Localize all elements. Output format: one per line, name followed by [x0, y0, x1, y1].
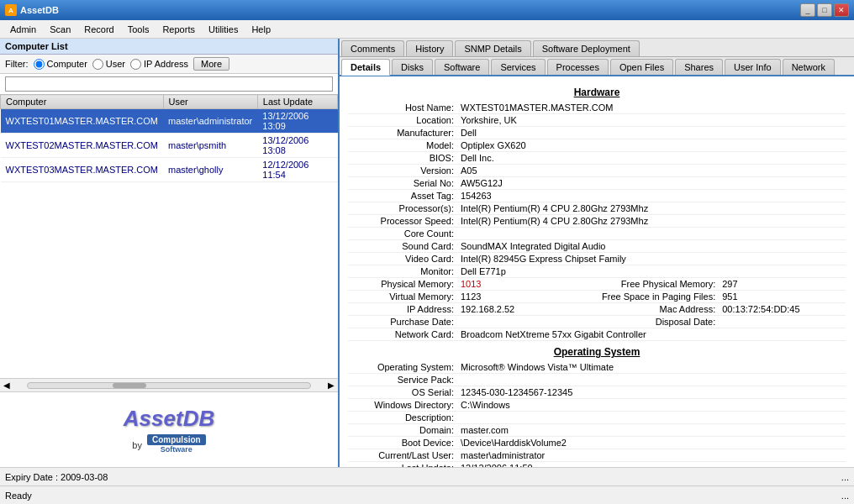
os-value: Microsoft® Windows Vista™ Ultimate: [457, 361, 846, 374]
menu-tools[interactable]: Tools: [121, 23, 156, 36]
processors-label: Processor(s):: [348, 202, 457, 215]
tab-processes[interactable]: Processes: [547, 59, 609, 75]
table-row[interactable]: WXTEST03MASTER.MASTER.COM master\gholly …: [1, 158, 338, 182]
logo-software: Software: [161, 445, 192, 454]
more-button[interactable]: More: [193, 57, 229, 71]
disposal-value: [719, 316, 846, 328]
model-value: Optiplex GX620: [457, 139, 846, 152]
table-row: Host Name: WXTEST01MASTER.MASTER.COM: [348, 102, 846, 114]
domain-value: master.com: [457, 424, 846, 437]
table-row: Processor Speed: Intel(R) Pentium(R) 4 C…: [348, 215, 846, 228]
free-paging-label: Free Space in Paging Files:: [518, 291, 719, 303]
col-computer[interactable]: Computer: [1, 95, 164, 109]
minimize-button[interactable]: _: [800, 3, 815, 17]
col-last-update[interactable]: Last Update: [257, 95, 337, 109]
filter-label: Filter:: [5, 59, 29, 69]
proc-speed-value: Intel(R) Pentium(R) 4 CPU 2.80Ghz 2793Mh…: [457, 215, 846, 228]
core-count-label: Core Count:: [348, 228, 457, 240]
scroll-right[interactable]: ▶: [324, 381, 338, 390]
table-row: Asset Tag: 154263: [348, 190, 846, 202]
menu-scan[interactable]: Scan: [43, 23, 77, 36]
tab-software[interactable]: Software: [435, 59, 489, 75]
table-row: IP Address: 192.168.2.52 Mac Address: 00…: [348, 303, 846, 316]
free-phys-mem-value: 297: [719, 278, 846, 291]
boot-value: \Device\HarddiskVolume2: [457, 437, 846, 449]
close-button[interactable]: ✕: [834, 3, 849, 17]
menu-utilities[interactable]: Utilities: [202, 23, 245, 36]
filter-user-radio[interactable]: User: [92, 59, 125, 70]
tab-comments[interactable]: Comments: [341, 40, 404, 56]
table-row: Physical Memory: 1013 Free Physical Memo…: [348, 278, 846, 291]
version-value: A05: [457, 165, 846, 177]
curr-user-value: master\administrator: [457, 449, 846, 462]
manufacturer-value: Dell: [457, 127, 846, 139]
table-row: Location: Yorkshire, UK: [348, 114, 846, 127]
filter-ip-radio[interactable]: IP Address: [130, 59, 188, 70]
logo-compulsion: Compulsion: [147, 434, 206, 445]
search-input[interactable]: [5, 76, 333, 92]
menu-reports[interactable]: Reports: [156, 23, 202, 36]
sound-card-label: Sound Card:: [348, 240, 457, 253]
core-count-value: [457, 228, 846, 240]
model-label: Model:: [348, 139, 457, 152]
tab-disks[interactable]: Disks: [392, 59, 433, 75]
user-cell: master\psmith: [163, 134, 257, 158]
table-row: Processor(s): Intel(R) Pentium(R) 4 CPU …: [348, 202, 846, 215]
tab-user-info[interactable]: User Info: [725, 59, 781, 75]
tabs-row2: Details Disks Software Services Processe…: [340, 57, 854, 76]
mac-value: 00:13:72:54:DD:45: [719, 303, 846, 316]
right-panel: Comments History SNMP Details Software D…: [340, 39, 854, 467]
table-row: Sound Card: SoundMAX Integrated Digital …: [348, 240, 846, 253]
app-icon: A: [5, 4, 17, 16]
os-table: Operating System: Microsoft® Windows Vis…: [348, 361, 846, 467]
table-row[interactable]: WXTEST02MASTER.MASTER.COM master\psmith …: [1, 134, 338, 158]
tab-software-deployment[interactable]: Software Deployment: [533, 40, 640, 56]
scroll-left[interactable]: ◀: [0, 381, 13, 390]
table-row: Boot Device: \Device\HarddiskVolume2: [348, 437, 846, 449]
ip-value: 192.168.2.52: [457, 303, 518, 316]
virt-mem-value: 1123: [457, 291, 518, 303]
phys-mem-label: Physical Memory:: [348, 278, 457, 291]
col-user[interactable]: User: [163, 95, 257, 109]
menu-bar: Admin Scan Record Tools Reports Utilitie…: [0, 20, 854, 39]
tab-history[interactable]: History: [406, 40, 453, 56]
table-row: Core Count:: [348, 228, 846, 240]
table-row: Monitor: Dell E771p: [348, 265, 846, 278]
tab-shares[interactable]: Shares: [675, 59, 723, 75]
scroll-thumb[interactable]: [113, 383, 146, 388]
phys-mem-value: 1013: [457, 278, 518, 291]
asset-tag-value: 154263: [457, 190, 846, 202]
table-row: Version: A05: [348, 165, 846, 177]
menu-admin[interactable]: Admin: [3, 23, 43, 36]
video-card-value: Intel(R) 82945G Express Chipset Family: [457, 253, 846, 265]
tab-services[interactable]: Services: [491, 59, 545, 75]
table-row: Manufacturer: Dell: [348, 127, 846, 139]
menu-help[interactable]: Help: [245, 23, 277, 36]
virt-mem-label: Virtual Memory:: [348, 291, 457, 303]
maximize-button[interactable]: □: [817, 3, 832, 17]
serial-label: Serial No:: [348, 177, 457, 190]
update-cell: 13/12/2006 13:09: [257, 109, 337, 134]
tab-details[interactable]: Details: [341, 59, 390, 76]
hardware-section-title: Hardware: [348, 87, 846, 98]
tab-open-files[interactable]: Open Files: [610, 59, 673, 75]
menu-record[interactable]: Record: [77, 23, 120, 36]
table-row: Description:: [348, 412, 846, 424]
win-dir-label: Windows Directory:: [348, 399, 457, 412]
host-name-value: WXTEST01MASTER.MASTER.COM: [457, 102, 846, 114]
table-row[interactable]: WXTEST01MASTER.MASTER.COM master\adminis…: [1, 109, 338, 134]
proc-speed-label: Processor Speed:: [348, 215, 457, 228]
title-bar-left: A AssetDB: [5, 4, 59, 16]
os-section-title: Operating System: [348, 346, 846, 358]
os-serial-label: OS Serial:: [348, 386, 457, 399]
status-bar: Ready ...: [0, 486, 854, 504]
win-dir-value: C:\Windows: [457, 399, 846, 412]
ip-label: IP Address:: [348, 303, 457, 316]
tab-network[interactable]: Network: [783, 59, 835, 75]
content-area: Hardware Host Name: WXTEST01MASTER.MASTE…: [340, 76, 854, 467]
tabs-row1: Comments History SNMP Details Software D…: [340, 39, 854, 57]
purchase-label: Purchase Date:: [348, 316, 457, 328]
tab-snmp[interactable]: SNMP Details: [455, 40, 530, 56]
filter-computer-radio[interactable]: Computer: [34, 59, 87, 70]
table-row: Video Card: Intel(R) 82945G Express Chip…: [348, 253, 846, 265]
